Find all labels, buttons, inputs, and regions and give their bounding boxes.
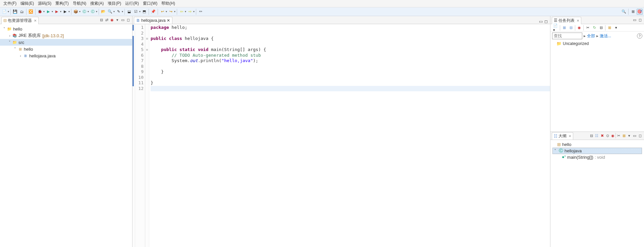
open-perspective-icon[interactable]: ⊞ [630,9,636,15]
run-icon[interactable]: ▶ [45,9,51,15]
sync-icon[interactable]: ↻ [592,25,597,31]
focus-task-icon[interactable]: ◉ [109,17,115,23]
filter-icon[interactable]: ⊙ [605,133,610,138]
new-task-icon[interactable]: 📄▾ [553,25,558,31]
uncategorized-node[interactable]: 📁 Uncategorized [550,40,644,47]
tasks-panel: ☰ 任务列表 ✕ ▭ ◻ 📄▾ ⊞ ⊟ ◉ ✂ ↻ ⊟ [550,16,644,132]
maximize-icon[interactable]: ◻ [543,19,549,24]
collapse-icon[interactable]: ⊟ [598,25,604,31]
task-state-icon[interactable]: ⊟ [568,25,574,31]
close-icon[interactable]: ✕ [577,19,579,22]
outline-method-node[interactable]: ●s main(String[]) : void [552,154,642,160]
tasks-title: 任务列表 [558,18,575,23]
close-icon[interactable]: ✕ [167,18,170,23]
expand-icon[interactable]: › [7,34,12,38]
debug-icon[interactable]: 🐞 [37,9,43,15]
link-icon[interactable]: ✂ [616,133,621,138]
java-file-icon: 🗎 [136,18,140,23]
menu-source[interactable]: 源码(S) [36,0,53,7]
coverage-icon[interactable]: ▶ [54,9,60,15]
collapse-all-icon[interactable]: ⊟ [99,17,104,23]
tasks-search-input[interactable] [552,33,582,39]
prev-icon[interactable]: ↩ [159,9,165,15]
wand-icon[interactable]: ✎ [115,9,121,15]
package-node[interactable]: ˅ ⊞ hello [0,46,132,52]
pin-icon[interactable]: 📌 [150,9,156,15]
expand-icon[interactable]: ˅ [553,148,557,153]
close-icon[interactable]: ✕ [34,19,37,22]
hide-icon[interactable]: ✖ [599,133,605,138]
src-node[interactable]: ˅ 📁 src [0,39,132,46]
quick-access-icon[interactable]: 🔍 [621,9,627,15]
back-icon[interactable]: ⇦ [178,9,184,15]
project-node[interactable]: ˅ 📁 hello [0,26,132,32]
package-explorer-panel: ⊟ 包资源管理器 ✕ ⊟ ⇄ ◉ ▾ ▭ ◻ ˅ 📁 hello › 📚 JRE… [0,16,132,247]
maximize-icon[interactable]: ◻ [637,17,643,23]
scissors-icon[interactable]: ✂ [585,25,590,31]
ext-run-icon[interactable]: ▶ [62,9,68,15]
open-type-icon[interactable]: 📂 [100,9,106,15]
last-edit-icon[interactable]: ✏ [198,9,204,15]
outline-package-node[interactable]: ⊞ hello [552,141,642,148]
tree-icon[interactable]: ☷ [594,133,599,138]
menu-file[interactable]: 文件(F) [1,0,18,7]
new-icon[interactable]: 📄 [1,9,7,15]
close-icon[interactable]: ✕ [569,134,571,138]
menu-run[interactable]: 运行(R) [123,0,141,7]
next-icon[interactable]: ↪ [168,9,174,15]
new-pkg-icon[interactable]: 📦 [73,9,79,15]
maximize-icon[interactable]: ◻ [637,133,643,138]
filter-icon[interactable]: ⊞ [607,25,612,31]
menu-window[interactable]: 窗口(W) [141,0,159,7]
menu-bar: 文件(F) 编辑(E) 源码(S) 重构(T) 导航(N) 搜索(A) 项目(P… [0,0,644,7]
minimize-icon[interactable]: ▭ [120,17,125,23]
categorize-icon[interactable]: ⊞ [621,133,627,138]
maximize-icon[interactable]: ◻ [125,17,131,23]
minimize-icon[interactable]: ▭ [632,17,637,23]
package-explorer-tab[interactable]: ⊟ 包资源管理器 ✕ [1,17,39,24]
toggle-icon[interactable]: ⬓ [126,9,132,15]
outline-tab[interactable]: ☷ 大纲 ✕ [552,132,573,140]
focus-icon[interactable]: ◉ [610,133,615,138]
menu-edit[interactable]: 编辑(E) [18,0,36,7]
outline-class-node[interactable]: ˅ Ⓒ hellojava [552,148,642,154]
help-icon[interactable]: ? [637,33,642,39]
menu-nav[interactable]: 导航(N) [71,0,89,7]
focus-icon[interactable]: ◉ [577,25,582,31]
save-icon[interactable]: 💾 [12,9,18,15]
method-icon: ●s [562,154,566,159]
fwd-icon[interactable]: ⇨ [187,9,193,15]
menu-refactor[interactable]: 重构(T) [53,0,70,7]
code-area[interactable]: package hello; public class hellojava { … [149,24,550,247]
jre-node[interactable]: › 📚 JRE 系统库 [jdk-13.0.2] [0,32,132,39]
editor-tab-hellojava[interactable]: 🗎 hellojava.java ✕ [134,17,172,24]
java-file-node[interactable]: › 🗎 hellojava.java [0,52,132,59]
tasks-tab[interactable]: ☰ 任务列表 ✕ [552,17,581,24]
task-icon[interactable]: ☑ [133,9,139,15]
code-editor[interactable]: 123456789101112 ⊟⊖ package hello; public… [132,24,550,247]
expand-icon[interactable]: ˅ [7,40,12,45]
switch-icon[interactable]: 🔀 [28,9,34,15]
new-class-icon[interactable]: Ⓒ [81,9,87,15]
save-all-icon[interactable]: 🗂 [19,9,25,15]
sort-icon[interactable]: ⊟ [589,133,594,138]
menu-project[interactable]: 项目(P) [106,0,123,7]
new-class2-icon[interactable]: Ⓒ [90,9,96,15]
activate-link[interactable]: 激活... [600,33,611,39]
expand-icon[interactable]: › [18,54,23,58]
view-menu-icon[interactable]: ▾ [627,133,632,138]
categorize-icon[interactable]: ⊞ [561,25,567,31]
minimize-icon[interactable]: ▭ [538,19,543,24]
expand-icon[interactable]: ˅ [2,27,7,31]
menu-search[interactable]: 搜索(A) [88,0,106,7]
link-editor-icon[interactable]: ⇄ [104,17,109,23]
expand-icon[interactable]: ˅ [13,47,17,51]
minimize-icon[interactable]: ▭ [632,133,637,138]
all-link[interactable]: 全部 [587,33,595,39]
view-menu-icon[interactable]: ▾ [613,25,619,31]
view-menu-icon[interactable]: ▾ [115,17,120,23]
menu-help[interactable]: 帮助(H) [159,0,177,7]
search-icon[interactable]: 🔍 [107,9,113,15]
java-perspective-icon[interactable]: 🎯 [637,9,643,15]
bp-icon[interactable]: ⬒ [141,9,147,15]
